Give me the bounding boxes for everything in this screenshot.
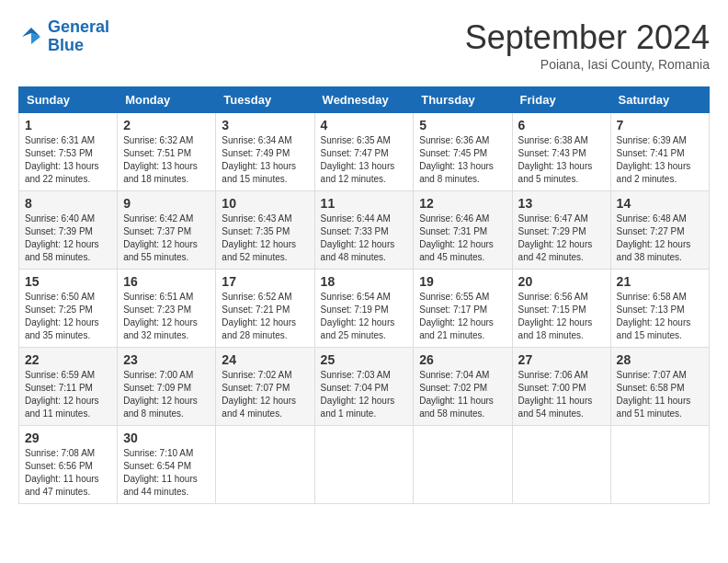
day-info: Sunrise: 6:43 AM Sunset: 7:35 PM Dayligh…: [222, 213, 308, 264]
calendar-day-cell: 23 Sunrise: 7:00 AM Sunset: 7:09 PM Dayl…: [118, 348, 216, 426]
day-number: 23: [123, 352, 210, 367]
calendar-day-cell: 30 Sunrise: 7:10 AM Sunset: 6:54 PM Dayl…: [118, 426, 216, 504]
calendar-header-cell: Sunday: [19, 87, 118, 113]
calendar-day-cell: 12 Sunrise: 6:46 AM Sunset: 7:31 PM Dayl…: [414, 191, 512, 270]
calendar-week-row: 22 Sunrise: 6:59 AM Sunset: 7:11 PM Dayl…: [19, 348, 710, 426]
day-number: 12: [419, 196, 506, 211]
day-info: Sunrise: 6:36 AM Sunset: 7:45 PM Dayligh…: [419, 134, 506, 186]
day-info: Sunrise: 6:51 AM Sunset: 7:23 PM Dayligh…: [123, 291, 210, 342]
calendar-day-cell: 1 Sunrise: 6:31 AM Sunset: 7:53 PM Dayli…: [19, 113, 118, 191]
day-number: 26: [419, 352, 506, 367]
day-number: 25: [321, 352, 408, 367]
day-info: Sunrise: 6:59 AM Sunset: 7:11 PM Dayligh…: [25, 369, 111, 420]
day-info: Sunrise: 7:08 AM Sunset: 6:56 PM Dayligh…: [25, 447, 111, 499]
calendar-day-cell: 13 Sunrise: 6:47 AM Sunset: 7:29 PM Dayl…: [512, 191, 610, 270]
day-info: Sunrise: 7:03 AM Sunset: 7:04 PM Dayligh…: [321, 369, 408, 420]
day-number: 9: [123, 196, 210, 211]
calendar-day-cell: 17 Sunrise: 6:52 AM Sunset: 7:21 PM Dayl…: [216, 270, 314, 348]
calendar-day-cell: [314, 426, 414, 504]
day-info: Sunrise: 6:46 AM Sunset: 7:31 PM Dayligh…: [419, 213, 506, 264]
day-number: 8: [25, 196, 111, 211]
title-section: September 2024 Poiana, Iasi County, Roma…: [465, 18, 710, 72]
day-number: 29: [25, 431, 111, 445]
calendar-day-cell: 19 Sunrise: 6:55 AM Sunset: 7:17 PM Dayl…: [414, 270, 512, 348]
day-number: 3: [222, 118, 308, 132]
calendar-day-cell: 7 Sunrise: 6:39 AM Sunset: 7:41 PM Dayli…: [610, 113, 709, 191]
day-info: Sunrise: 6:32 AM Sunset: 7:51 PM Dayligh…: [123, 134, 210, 186]
day-number: 1: [25, 118, 111, 132]
calendar-day-cell: 8 Sunrise: 6:40 AM Sunset: 7:39 PM Dayli…: [19, 191, 118, 270]
calendar-day-cell: 15 Sunrise: 6:50 AM Sunset: 7:25 PM Dayl…: [19, 270, 118, 348]
day-number: 15: [25, 274, 111, 289]
calendar-day-cell: [216, 426, 314, 504]
calendar-week-row: 8 Sunrise: 6:40 AM Sunset: 7:39 PM Dayli…: [19, 191, 710, 270]
calendar-day-cell: [512, 426, 610, 504]
day-info: Sunrise: 6:58 AM Sunset: 7:13 PM Dayligh…: [617, 291, 703, 342]
day-number: 13: [518, 196, 605, 211]
day-info: Sunrise: 7:10 AM Sunset: 6:54 PM Dayligh…: [123, 447, 210, 499]
logo-icon: [18, 24, 44, 50]
calendar-table: SundayMondayTuesdayWednesdayThursdayFrid…: [18, 86, 710, 504]
day-info: Sunrise: 6:54 AM Sunset: 7:19 PM Dayligh…: [321, 291, 408, 342]
calendar-week-row: 29 Sunrise: 7:08 AM Sunset: 6:56 PM Dayl…: [19, 426, 710, 504]
day-number: 5: [419, 118, 506, 132]
day-number: 10: [222, 196, 308, 211]
calendar-day-cell: 9 Sunrise: 6:42 AM Sunset: 7:37 PM Dayli…: [118, 191, 216, 270]
calendar-week-row: 1 Sunrise: 6:31 AM Sunset: 7:53 PM Dayli…: [19, 113, 710, 191]
calendar-day-cell: 3 Sunrise: 6:34 AM Sunset: 7:49 PM Dayli…: [216, 113, 314, 191]
day-info: Sunrise: 6:44 AM Sunset: 7:33 PM Dayligh…: [321, 213, 408, 264]
calendar-header-cell: Friday: [512, 87, 610, 113]
calendar-day-cell: 21 Sunrise: 6:58 AM Sunset: 7:13 PM Dayl…: [610, 270, 709, 348]
day-number: 17: [222, 274, 308, 289]
day-info: Sunrise: 6:48 AM Sunset: 7:27 PM Dayligh…: [617, 213, 703, 264]
day-info: Sunrise: 6:56 AM Sunset: 7:15 PM Dayligh…: [518, 291, 605, 342]
day-info: Sunrise: 6:50 AM Sunset: 7:25 PM Dayligh…: [25, 291, 111, 342]
calendar-day-cell: 4 Sunrise: 6:35 AM Sunset: 7:47 PM Dayli…: [314, 113, 414, 191]
day-number: 27: [518, 352, 605, 367]
day-number: 18: [321, 274, 408, 289]
logo: General Blue: [18, 18, 109, 55]
day-info: Sunrise: 6:38 AM Sunset: 7:43 PM Dayligh…: [518, 134, 605, 186]
calendar-day-cell: 10 Sunrise: 6:43 AM Sunset: 7:35 PM Dayl…: [216, 191, 314, 270]
calendar-day-cell: 26 Sunrise: 7:04 AM Sunset: 7:02 PM Dayl…: [414, 348, 512, 426]
calendar-day-cell: 2 Sunrise: 6:32 AM Sunset: 7:51 PM Dayli…: [118, 113, 216, 191]
day-info: Sunrise: 7:07 AM Sunset: 6:58 PM Dayligh…: [617, 369, 703, 420]
calendar-header: SundayMondayTuesdayWednesdayThursdayFrid…: [19, 87, 710, 113]
calendar-day-cell: 18 Sunrise: 6:54 AM Sunset: 7:19 PM Dayl…: [314, 270, 414, 348]
day-number: 20: [518, 274, 605, 289]
calendar-day-cell: 14 Sunrise: 6:48 AM Sunset: 7:27 PM Dayl…: [610, 191, 709, 270]
location-subtitle: Poiana, Iasi County, Romania: [465, 57, 710, 72]
day-number: 30: [123, 431, 210, 445]
day-info: Sunrise: 6:34 AM Sunset: 7:49 PM Dayligh…: [222, 134, 308, 186]
day-info: Sunrise: 6:31 AM Sunset: 7:53 PM Dayligh…: [25, 134, 111, 186]
calendar-week-row: 15 Sunrise: 6:50 AM Sunset: 7:25 PM Dayl…: [19, 270, 710, 348]
calendar-body: 1 Sunrise: 6:31 AM Sunset: 7:53 PM Dayli…: [19, 113, 710, 504]
calendar-day-cell: 24 Sunrise: 7:02 AM Sunset: 7:07 PM Dayl…: [216, 348, 314, 426]
calendar-day-cell: 29 Sunrise: 7:08 AM Sunset: 6:56 PM Dayl…: [19, 426, 118, 504]
calendar-day-cell: 5 Sunrise: 6:36 AM Sunset: 7:45 PM Dayli…: [414, 113, 512, 191]
day-info: Sunrise: 7:02 AM Sunset: 7:07 PM Dayligh…: [222, 369, 308, 420]
day-number: 16: [123, 274, 210, 289]
day-number: 4: [321, 118, 408, 132]
day-number: 28: [617, 352, 703, 367]
day-info: Sunrise: 6:42 AM Sunset: 7:37 PM Dayligh…: [123, 213, 210, 264]
day-info: Sunrise: 7:00 AM Sunset: 7:09 PM Dayligh…: [123, 369, 210, 420]
calendar-day-cell: 28 Sunrise: 7:07 AM Sunset: 6:58 PM Dayl…: [610, 348, 709, 426]
calendar-day-cell: 25 Sunrise: 7:03 AM Sunset: 7:04 PM Dayl…: [314, 348, 414, 426]
calendar-header-cell: Tuesday: [216, 87, 314, 113]
day-info: Sunrise: 6:39 AM Sunset: 7:41 PM Dayligh…: [617, 134, 703, 186]
month-title: September 2024: [465, 18, 710, 57]
day-info: Sunrise: 6:47 AM Sunset: 7:29 PM Dayligh…: [518, 213, 605, 264]
day-number: 11: [321, 196, 408, 211]
calendar-day-cell: 6 Sunrise: 6:38 AM Sunset: 7:43 PM Dayli…: [512, 113, 610, 191]
calendar-day-cell: 20 Sunrise: 6:56 AM Sunset: 7:15 PM Dayl…: [512, 270, 610, 348]
day-info: Sunrise: 6:52 AM Sunset: 7:21 PM Dayligh…: [222, 291, 308, 342]
logo-text: General Blue: [48, 18, 109, 55]
calendar-day-cell: [414, 426, 512, 504]
calendar-header-cell: Thursday: [414, 87, 512, 113]
day-number: 14: [617, 196, 703, 211]
day-number: 22: [25, 352, 111, 367]
calendar-header-cell: Saturday: [610, 87, 709, 113]
day-info: Sunrise: 6:40 AM Sunset: 7:39 PM Dayligh…: [25, 213, 111, 264]
day-number: 24: [222, 352, 308, 367]
